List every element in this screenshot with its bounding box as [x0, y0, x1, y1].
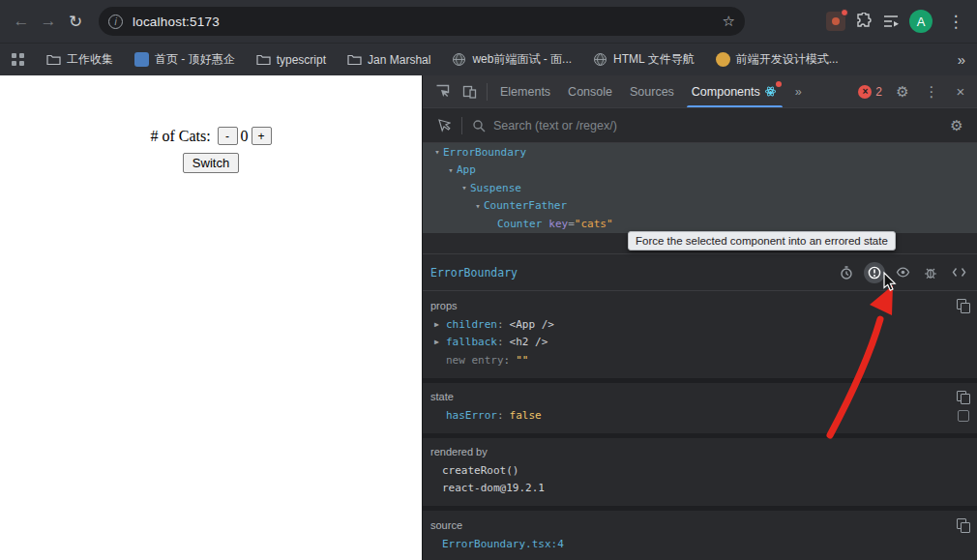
- devtools-close-icon[interactable]: ×: [948, 79, 973, 104]
- source-label: source: [430, 519, 462, 531]
- folder-icon: [347, 53, 362, 66]
- rendered-by-row: react-dom@19.2.1: [430, 480, 969, 498]
- search-icon: [472, 119, 486, 133]
- copy-state-icon[interactable]: [957, 391, 969, 403]
- cats-count-value: 0: [241, 128, 249, 145]
- force-error-icon[interactable]: [864, 262, 885, 283]
- url-text: localhost:5173: [133, 15, 220, 29]
- source-section: source ErrorBoundary.tsx:4: [423, 511, 977, 560]
- view-settings-icon[interactable]: ⚙: [944, 113, 969, 138]
- tree-item-counter[interactable]: Counterkey="cats": [423, 215, 977, 233]
- apps-grid-icon[interactable]: [12, 53, 25, 67]
- tab-sources[interactable]: Sources: [621, 75, 683, 107]
- props-section: props ▶children:<App /> ▶fallback:<h2 />…: [423, 291, 977, 383]
- extensions-puzzle-icon[interactable]: [855, 13, 873, 30]
- bookmark-label: typescript: [277, 53, 326, 67]
- props-label: props: [430, 300, 458, 311]
- tree-item-suspense[interactable]: ▾Suspense: [423, 179, 977, 197]
- site-favicon: [716, 52, 730, 67]
- source-row[interactable]: ErrorBoundary.tsx:4: [430, 535, 969, 553]
- bookmark-item[interactable]: 首页 - 顶好惠企: [134, 51, 235, 68]
- back-button[interactable]: ←: [8, 8, 35, 35]
- tab-components[interactable]: Components: [683, 75, 786, 107]
- error-icon: ×: [858, 85, 872, 99]
- bookmark-item[interactable]: Jan Marshal: [347, 53, 430, 67]
- devtools-menu-icon[interactable]: ⋮: [919, 79, 944, 104]
- boolean-toggle-checkbox[interactable]: [958, 410, 969, 422]
- error-count: 2: [875, 85, 882, 99]
- bookmark-item[interactable]: 前端开发设计模式...: [716, 51, 839, 68]
- copy-props-icon[interactable]: [957, 299, 969, 311]
- tab-console[interactable]: Console: [559, 75, 621, 107]
- globe-favicon: [593, 52, 607, 67]
- bookmark-label: web前端面试 - 面...: [472, 51, 572, 68]
- more-tabs-chevron[interactable]: »: [786, 75, 811, 107]
- bookmark-item[interactable]: 工作收集: [46, 51, 113, 68]
- tree-item-counterfather[interactable]: ▾CounterFather: [423, 197, 977, 216]
- divider: [461, 117, 462, 134]
- bookmark-star-icon[interactable]: ☆: [723, 13, 735, 30]
- search-input[interactable]: [493, 119, 944, 133]
- prop-new-entry-row[interactable]: new entry:"": [430, 351, 969, 369]
- bookmark-item[interactable]: HTML 文件导航: [593, 51, 695, 68]
- view-source-icon[interactable]: [948, 262, 969, 283]
- url-bar[interactable]: i localhost:5173 ☆: [99, 7, 745, 36]
- media-controls-icon[interactable]: [882, 13, 900, 30]
- increment-button[interactable]: +: [252, 127, 272, 145]
- cats-counter-row: # of Cats: - 0 +: [150, 127, 271, 145]
- pick-component-icon[interactable]: [430, 119, 458, 133]
- state-section: state hasError:false: [423, 383, 977, 439]
- bookmark-item[interactable]: web前端面试 - 面...: [452, 51, 572, 68]
- details-actions: [836, 262, 969, 283]
- bookmarks-overflow-chevron[interactable]: »: [958, 51, 965, 68]
- rendered-by-section: rendered by createRoot() react-dom@19.2.…: [423, 438, 977, 511]
- decrement-button[interactable]: -: [218, 127, 238, 145]
- devtools-tabbar: Elements Console Sources Components » × …: [423, 75, 977, 108]
- bookmark-label: HTML 文件导航: [613, 51, 695, 68]
- profile-avatar[interactable]: A: [909, 10, 933, 33]
- selected-component-title: ErrorBoundary: [430, 266, 518, 280]
- devtools-toolbar-right: × 2 ⚙ ⋮ ×: [854, 75, 977, 107]
- inspect-dom-icon[interactable]: [892, 262, 913, 283]
- tree-item-app[interactable]: ▾App: [423, 162, 977, 180]
- browser-window: ← → ↻ i localhost:5173 ☆ A ⋮ 工作收集: [0, 0, 977, 560]
- devtools-settings-icon[interactable]: ⚙: [890, 79, 915, 104]
- copy-source-icon[interactable]: [957, 518, 969, 531]
- console-errors-badge[interactable]: × 2: [854, 85, 886, 99]
- bookmark-label: 工作收集: [67, 51, 113, 68]
- update-badge: [776, 81, 782, 87]
- rendered-by-label: rendered by: [430, 446, 488, 457]
- bookmarks-bar: 工作收集 首页 - 顶好惠企 typescript Jan Marshal we…: [0, 43, 977, 75]
- state-row-haserror[interactable]: hasError:false: [430, 407, 969, 426]
- inspect-element-icon[interactable]: [429, 75, 456, 107]
- browser-toolbar: ← → ↻ i localhost:5173 ☆ A ⋮: [0, 0, 977, 43]
- details-header: ErrorBoundary: [423, 254, 977, 291]
- web-page: # of Cats: - 0 + Switch: [0, 75, 422, 560]
- devtools-panel: Elements Console Sources Components » × …: [422, 75, 977, 560]
- reload-button[interactable]: ↻: [62, 8, 89, 35]
- component-details: ErrorBoundary: [423, 253, 977, 560]
- site-info-icon[interactable]: i: [108, 15, 123, 29]
- bookmark-label: 首页 - 顶好惠企: [155, 51, 235, 68]
- browser-menu-icon[interactable]: ⋮: [942, 8, 969, 35]
- switch-button[interactable]: Switch: [183, 153, 239, 173]
- log-to-console-bug-icon[interactable]: [920, 262, 941, 283]
- device-toolbar-icon[interactable]: [456, 75, 483, 107]
- folder-icon: [46, 53, 61, 66]
- tab-elements[interactable]: Elements: [491, 75, 559, 107]
- divider: [487, 83, 488, 101]
- folder-icon: [256, 53, 271, 66]
- components-search-row: ⚙: [423, 108, 977, 143]
- toolbar-extensions-area: A ⋮: [826, 8, 969, 35]
- globe-favicon: [452, 52, 466, 67]
- prop-row-fallback[interactable]: ▶fallback:<h2 />: [430, 334, 969, 352]
- bookmark-label: 前端开发设计模式...: [736, 51, 839, 68]
- rendered-by-row[interactable]: createRoot(): [430, 461, 969, 480]
- tree-item-errorboundary[interactable]: ▾ErrorBoundary: [423, 143, 977, 162]
- prop-row-children[interactable]: ▶children:<App />: [430, 315, 969, 334]
- forward-button[interactable]: →: [35, 8, 62, 35]
- react-devtools-extension-icon[interactable]: [826, 12, 845, 31]
- react-icon: [765, 85, 778, 98]
- suspend-component-icon[interactable]: [836, 262, 857, 283]
- bookmark-item[interactable]: typescript: [256, 53, 326, 67]
